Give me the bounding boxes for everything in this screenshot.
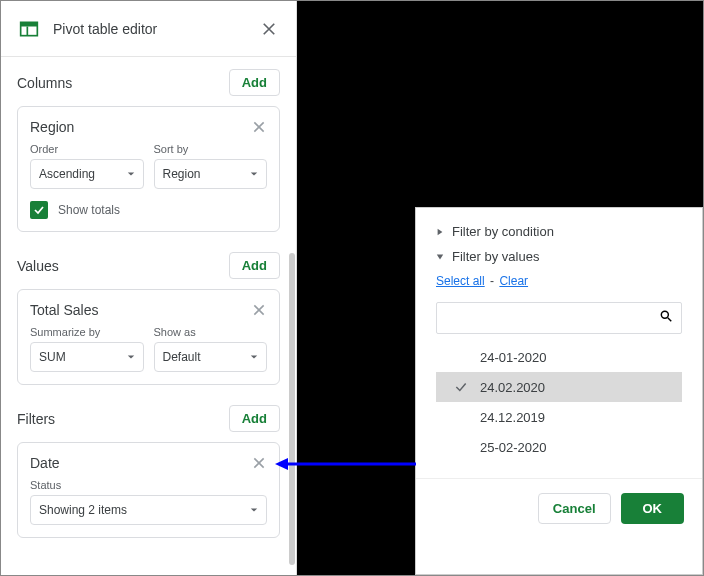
sortby-label: Sort by (154, 143, 268, 155)
filter-value-item[interactable]: 24.02.2020 (436, 372, 682, 402)
editor-header: Pivot table editor (1, 1, 296, 57)
summarize-select[interactable]: SUM (30, 342, 144, 372)
close-editor-button[interactable] (260, 20, 278, 38)
check-icon (454, 380, 468, 394)
filter-value-item[interactable]: 24.12.2019 (436, 402, 682, 432)
search-icon (659, 309, 673, 327)
sortby-select[interactable]: Region (154, 159, 268, 189)
column-card-title: Region (30, 119, 251, 135)
columns-label: Columns (17, 75, 229, 91)
add-value-button[interactable]: Add (229, 252, 280, 279)
filter-value-item[interactable]: 25-02-2020 (436, 432, 682, 462)
show-totals-checkbox[interactable] (30, 201, 48, 219)
status-select[interactable]: Showing 2 items (30, 495, 267, 525)
triangle-right-icon (436, 228, 444, 236)
remove-column-button[interactable] (251, 119, 267, 135)
select-all-link[interactable]: Select all (436, 274, 485, 288)
filter-card-date: Date Status Showing 2 items (17, 442, 280, 538)
filter-by-condition-toggle[interactable]: Filter by condition (436, 224, 682, 239)
sortby-value: Region (163, 167, 201, 181)
showas-select[interactable]: Default (154, 342, 268, 372)
ok-button[interactable]: OK (621, 493, 685, 524)
caret-down-icon (250, 353, 258, 361)
column-card-region: Region Order Ascending Sort by (17, 106, 280, 232)
columns-section: Columns Add Region Order Ascending (1, 57, 296, 240)
showas-label: Show as (154, 326, 268, 338)
values-label: Values (17, 258, 229, 274)
filter-value-label: 24.02.2020 (480, 380, 545, 395)
filters-section: Filters Add Date Status Showing 2 items (1, 393, 296, 546)
caret-down-icon (127, 353, 135, 361)
caret-down-icon (250, 170, 258, 178)
order-value: Ascending (39, 167, 95, 181)
triangle-down-icon (436, 253, 444, 261)
filter-by-values-label: Filter by values (452, 249, 539, 264)
editor-scrollbar[interactable] (289, 253, 295, 565)
show-totals-label: Show totals (58, 203, 120, 217)
order-select[interactable]: Ascending (30, 159, 144, 189)
value-card-title: Total Sales (30, 302, 251, 318)
svg-rect-1 (21, 22, 38, 26)
svg-point-3 (661, 311, 668, 318)
filter-card-title: Date (30, 455, 251, 471)
clear-link[interactable]: Clear (499, 274, 528, 288)
editor-title: Pivot table editor (53, 21, 260, 37)
filter-values-popup: Filter by condition Filter by values Sel… (415, 207, 703, 575)
filters-label: Filters (17, 411, 229, 427)
filter-value-label: 25-02-2020 (480, 440, 547, 455)
filter-by-condition-label: Filter by condition (452, 224, 554, 239)
order-label: Order (30, 143, 144, 155)
remove-filter-button[interactable] (251, 455, 267, 471)
pivot-table-icon (19, 19, 39, 39)
pivot-table-editor-panel: Pivot table editor Columns Add Region (1, 1, 297, 575)
showas-value: Default (163, 350, 201, 364)
add-filter-button[interactable]: Add (229, 405, 280, 432)
values-section: Values Add Total Sales Summarize by SUM (1, 240, 296, 393)
filter-value-label: 24-01-2020 (480, 350, 547, 365)
caret-down-icon (127, 170, 135, 178)
filter-value-list: 24-01-2020 24.02.2020 24.12.2019 25-02-2… (436, 342, 682, 462)
add-column-button[interactable]: Add (229, 69, 280, 96)
filter-by-values-toggle[interactable]: Filter by values (436, 249, 682, 264)
svg-line-4 (668, 318, 672, 322)
status-value: Showing 2 items (39, 503, 127, 517)
summarize-label: Summarize by (30, 326, 144, 338)
caret-down-icon (250, 506, 258, 514)
filter-value-label: 24.12.2019 (480, 410, 545, 425)
filter-value-item[interactable]: 24-01-2020 (436, 342, 682, 372)
status-label: Status (30, 479, 267, 491)
summarize-value: SUM (39, 350, 66, 364)
filter-search-input[interactable] (436, 302, 682, 334)
value-card-total-sales: Total Sales Summarize by SUM Show a (17, 289, 280, 385)
remove-value-button[interactable] (251, 302, 267, 318)
cancel-button[interactable]: Cancel (538, 493, 611, 524)
